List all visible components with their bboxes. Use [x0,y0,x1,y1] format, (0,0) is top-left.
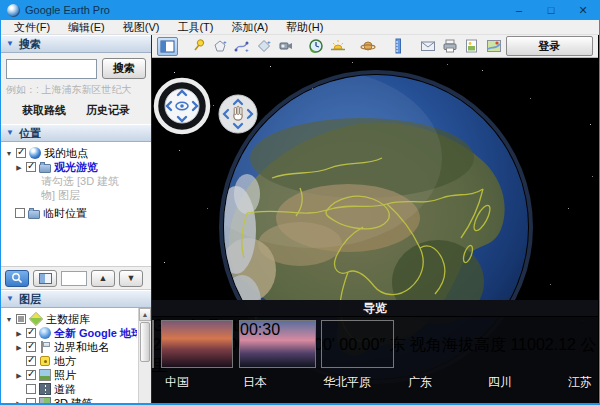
add-path-button[interactable]: + [231,37,252,56]
maximize-button[interactable]: □ [535,0,567,20]
search-history-link[interactable]: 历史记录 [86,103,130,118]
tour-thumbnail-china[interactable] [161,320,233,368]
search-button[interactable]: 搜索 [102,58,146,79]
primary-database-checkbox[interactable] [16,314,26,324]
scroll-up-button[interactable]: ▲ [139,308,151,321]
view-in-maps-button[interactable] [484,37,505,56]
sightseeing-hint-line2: 物] 图层 [1,188,151,202]
folder-icon [39,164,51,173]
primary-database-label[interactable]: 主数据库 [46,312,90,326]
envelope-icon [420,38,436,54]
window-title: Google Earth Pro [25,4,110,16]
tour-thumbnail-jiangsu[interactable] [152,320,154,368]
tree-row-my-places[interactable]: ▼ 我的地点 [1,146,151,160]
tour-label-sichuan[interactable]: 四川 [488,374,512,391]
tree-row-sightseeing[interactable]: ▶ 观光游览 [1,160,151,174]
planets-button[interactable] [357,37,378,56]
menu-file[interactable]: 文件(F) [5,20,59,35]
expander-icon[interactable]: ▶ [15,164,23,171]
sightseeing-label[interactable]: 观光游览 [54,160,98,174]
layers-scrollbar[interactable]: ▲ ▼ [138,308,151,403]
new-google-earth-label[interactable]: 全新 Google 地球 [54,326,137,340]
tree-row-places-layer[interactable]: 地方 [1,354,137,368]
save-image-button[interactable] [462,37,483,56]
places-section-header[interactable]: ▼ 位置 [1,124,151,142]
svg-text:+: + [267,39,271,45]
earth-canvas[interactable]: N [152,58,598,403]
menu-help[interactable]: 帮助(H) [277,20,332,35]
menu-tools[interactable]: 工具(T) [168,20,222,35]
save-image-icon [464,38,480,54]
menu-add[interactable]: 添加(A) [222,20,277,35]
borders-labels-checkbox[interactable] [26,342,36,352]
add-polygon-button[interactable]: + [209,37,230,56]
historical-imagery-button[interactable] [305,37,326,56]
tour-label-japan[interactable]: 日本 [243,374,267,391]
tree-row-new-google-earth[interactable]: ▶ 全新 Google 地球 [1,326,137,340]
places-layer-label[interactable]: 地方 [54,354,76,368]
tree-row-temporary-places[interactable]: 临时位置 [1,206,151,220]
new-google-earth-checkbox[interactable] [26,328,36,338]
tour-label-jiangsu[interactable]: 江苏 [568,374,592,391]
tour-thumbnail-japan[interactable]: 00:30 [239,320,316,368]
places-view-button[interactable] [33,270,57,287]
layers-section-header[interactable]: ▼ 图层 [1,290,151,308]
scrollbar-thumb[interactable] [140,322,150,362]
expander-icon[interactable]: ▶ [15,344,23,351]
photos-label[interactable]: 照片 [54,368,76,382]
places-layer-checkbox[interactable] [26,356,36,366]
borders-labels-label[interactable]: 边界和地名 [54,340,109,354]
expander-icon[interactable]: ▶ [15,330,23,337]
viewer: + + + [152,35,598,403]
tree-row-primary-database[interactable]: ▼ 主数据库 [1,312,137,326]
temporary-places-checkbox[interactable] [15,208,25,218]
magnifier-icon [11,272,23,284]
search-example-hint: 例如：: 上海浦东新区世纪大 [1,82,151,99]
add-placemark-button[interactable] [187,37,208,56]
sign-in-button[interactable]: 登录 [506,36,594,56]
photo-icon [39,369,51,381]
search-section-header[interactable]: ▼ 搜索 [1,35,151,53]
menu-view[interactable]: 视图(V) [114,20,169,35]
temporary-places-label[interactable]: 临时位置 [43,206,87,220]
close-button[interactable]: ✕ [567,0,599,20]
places-tree: ▼ 我的地点 ▶ 观光游览 请勾选 [3D 建筑 物] 图层 临时位置 [1,142,151,266]
print-button[interactable] [440,37,461,56]
collapse-triangle-icon: ▼ [6,129,14,137]
toggle-sidebar-button[interactable] [157,37,178,56]
buildings-label[interactable]: 3D 建筑 [54,396,93,403]
ruler-button[interactable] [388,37,409,56]
my-places-checkbox[interactable] [16,148,26,158]
titlebar[interactable]: Google Earth Pro – □ ✕ [1,0,599,20]
tree-row-borders-labels[interactable]: ▶ 边界和地名 [1,340,137,354]
minimize-button[interactable]: – [503,0,535,20]
expander-icon[interactable]: ▼ [5,150,13,157]
places-search-button[interactable] [5,270,29,287]
roads-label[interactable]: 道路 [54,382,76,396]
move-up-button[interactable]: ▲ [91,270,115,287]
search-input[interactable] [6,59,97,79]
expander-icon[interactable]: ▶ [15,372,23,379]
sightseeing-hint-line1: 请勾选 [3D 建筑 [1,174,151,188]
tree-row-roads[interactable]: 道路 [1,382,137,396]
tour-label-china[interactable]: 中国 [165,374,189,391]
move-down-button[interactable]: ▼ [119,270,143,287]
menu-edit[interactable]: 编辑(E) [59,20,114,35]
sightseeing-checkbox[interactable] [26,162,36,172]
tree-row-3d-buildings[interactable]: ▶ 3D 建筑 [1,396,137,403]
my-places-label[interactable]: 我的地点 [44,146,88,160]
ruler-icon [390,38,406,54]
tree-row-photos[interactable]: ▶ 照片 [1,368,137,382]
record-tour-button[interactable] [275,37,296,56]
tour-label-north-china-plain[interactable]: 华北平原 [323,374,371,391]
tour-header: 导览 [152,300,598,317]
roads-checkbox[interactable] [26,384,36,394]
photos-checkbox[interactable] [26,370,36,380]
email-button[interactable] [418,37,439,56]
tour-label-guangdong[interactable]: 广东 [408,374,432,391]
tour-thumbnail-north-china-plain[interactable] [321,320,394,368]
expander-icon[interactable]: ▼ [5,316,13,323]
get-directions-link[interactable]: 获取路线 [22,103,66,118]
sunlight-button[interactable] [327,37,348,56]
add-image-overlay-button[interactable]: + [253,37,274,56]
